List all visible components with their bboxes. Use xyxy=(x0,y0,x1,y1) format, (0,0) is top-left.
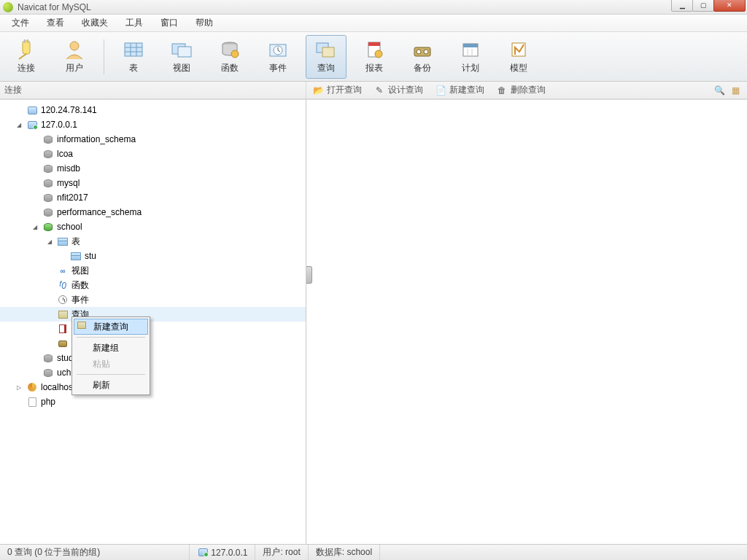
open-query-icon: 📂 xyxy=(312,85,324,96)
menu-bar: 文件 查看 收藏夹 工具 窗口 帮助 xyxy=(0,15,747,32)
tree-node-查询[interactable]: 查询 xyxy=(0,307,306,322)
toolbar-function-label: 函数 xyxy=(221,62,239,74)
grid-view-icon[interactable]: ▦ xyxy=(729,85,741,96)
query-small-icon xyxy=(77,321,89,332)
toolbar-backup-label: 备份 xyxy=(414,62,431,74)
tree-node-misdb[interactable]: misdb xyxy=(0,161,306,176)
expand-arrow-icon[interactable] xyxy=(45,238,54,245)
tree-node-表[interactable]: 表 xyxy=(0,234,306,249)
plug-icon xyxy=(15,39,38,61)
search-icon[interactable]: 🔍 xyxy=(713,85,725,96)
window-controls xyxy=(672,0,746,12)
tree-node-mysql[interactable]: mysql xyxy=(0,176,306,190)
tree-node-label: misdb xyxy=(57,163,80,174)
minimize-button[interactable] xyxy=(671,0,693,12)
svg-point-12 xyxy=(231,50,239,58)
connections-header: 连接 xyxy=(0,82,306,98)
maximize-button[interactable] xyxy=(692,0,714,12)
tree-node-uchr_[interactable]: uchr_ xyxy=(0,365,306,380)
tree-node-127.0.0.1[interactable]: 127.0.0.1 xyxy=(0,117,306,132)
toolbar-function[interactable]: 函数 xyxy=(209,35,250,79)
design-query-icon: ✎ xyxy=(374,85,385,96)
tree-node-information_schema[interactable]: information_schema xyxy=(0,132,306,147)
menu-tools[interactable]: 工具 xyxy=(117,15,152,31)
context-new-query[interactable]: 新建查询 xyxy=(74,319,148,335)
context-refresh[interactable]: 刷新 xyxy=(74,377,148,393)
tree-node-备[interactable]: 备 xyxy=(0,336,306,351)
fn-icon: f0 xyxy=(57,279,69,291)
menu-view[interactable]: 查看 xyxy=(38,15,73,31)
close-button[interactable] xyxy=(713,0,746,12)
expand-arrow-icon[interactable] xyxy=(15,384,23,391)
tree-node-school[interactable]: school xyxy=(0,219,306,234)
user-icon xyxy=(63,39,86,61)
tree-node-stu[interactable]: stu xyxy=(0,249,306,263)
expand-arrow-icon[interactable] xyxy=(15,121,23,128)
action-new-query[interactable]: 📄新建查询 xyxy=(435,84,484,96)
backup-icon xyxy=(411,39,434,61)
action-open-query[interactable]: 📂打开查询 xyxy=(312,84,362,96)
context-item-label: 粘贴 xyxy=(93,358,110,370)
db-icon xyxy=(42,192,54,203)
db-icon xyxy=(42,367,54,378)
event-icon xyxy=(266,39,290,61)
connection-tree[interactable]: 120.24.78.141127.0.0.1information_schema… xyxy=(0,100,306,409)
context-menu[interactable]: 新建查询新建组粘贴刷新 xyxy=(71,316,150,395)
menu-window[interactable]: 窗口 xyxy=(152,15,187,31)
status-user: 用户: root xyxy=(255,545,308,560)
tree-node-nfit2017[interactable]: nfit2017 xyxy=(0,190,306,205)
action-design-query[interactable]: ✎设计查询 xyxy=(374,84,423,96)
file-icon xyxy=(26,396,38,408)
tree-node-事件[interactable]: 事件 xyxy=(0,292,306,307)
report-icon xyxy=(363,39,386,61)
toolbar-model[interactable]: 模型 xyxy=(498,35,539,79)
sub-header: 连接 📂打开查询 ✎设计查询 📄新建查询 🗑删除查询 🔍 ▦ xyxy=(0,82,747,99)
toolbar-table[interactable]: 表 xyxy=(113,35,154,79)
tree-node-视图[interactable]: ∞视图 xyxy=(0,263,306,278)
toolbar-event[interactable]: 事件 xyxy=(258,35,298,79)
context-item-label: 新建组 xyxy=(93,342,119,354)
menu-file[interactable]: 文件 xyxy=(3,15,38,31)
tree-node-performance_schema[interactable]: performance_schema xyxy=(0,205,306,219)
toolbar-user[interactable]: 用户 xyxy=(54,35,95,79)
db-icon xyxy=(42,148,54,160)
action-delete-query[interactable]: 🗑删除查询 xyxy=(496,84,546,96)
toolbar-query[interactable]: 查询 xyxy=(306,35,347,79)
tree-node-函数[interactable]: f0函数 xyxy=(0,278,306,292)
server-icon xyxy=(197,547,209,559)
menu-help[interactable]: 帮助 xyxy=(187,15,222,31)
tree-node-label: php xyxy=(41,397,55,407)
view-icon: ∞ xyxy=(57,265,69,276)
toolbar-view[interactable]: 视图 xyxy=(161,35,202,79)
toolbar-query-label: 查询 xyxy=(317,62,335,74)
connection-tree-pane: 120.24.78.141127.0.0.1information_schema… xyxy=(0,100,306,544)
menu-favorites[interactable]: 收藏夹 xyxy=(73,15,117,31)
svg-rect-20 xyxy=(368,42,380,46)
action-delete-query-label: 删除查询 xyxy=(511,84,546,96)
context-new-group[interactable]: 新建组 xyxy=(74,340,148,356)
window-title: Navicat for MySQL xyxy=(18,2,91,12)
context-menu-separator xyxy=(77,337,145,338)
tree-node-120.24.78.141[interactable]: 120.24.78.141 xyxy=(0,103,306,117)
action-design-query-label: 设计查询 xyxy=(388,84,423,96)
context-item-label: 新建查询 xyxy=(93,321,128,333)
new-query-icon: 📄 xyxy=(435,85,446,96)
model-icon xyxy=(507,39,530,61)
db-icon xyxy=(42,177,54,189)
tree-node-lcoa[interactable]: lcoa xyxy=(0,147,306,161)
tree-node-stude[interactable]: stude xyxy=(0,351,306,365)
toolbar-report[interactable]: 报表 xyxy=(354,35,395,79)
tree-node-php[interactable]: php xyxy=(0,394,306,409)
tree-node-localhost[interactable]: localhost xyxy=(0,380,306,394)
tree-node-label: mysql xyxy=(57,178,80,188)
toolbar-connect[interactable]: 连接 xyxy=(6,35,47,79)
status-connection: 127.0.0.1 xyxy=(190,545,255,560)
expand-arrow-icon[interactable] xyxy=(31,223,39,230)
pane-sash[interactable] xyxy=(306,266,312,284)
toolbar-schedule[interactable]: 计划 xyxy=(450,35,491,79)
tree-node-报[interactable]: 报 xyxy=(0,322,306,336)
toolbar-backup[interactable]: 备份 xyxy=(402,35,443,79)
toolbar-schedule-label: 计划 xyxy=(462,62,479,74)
server-icon xyxy=(26,104,38,116)
tree-node-label: nfit2017 xyxy=(57,192,88,203)
